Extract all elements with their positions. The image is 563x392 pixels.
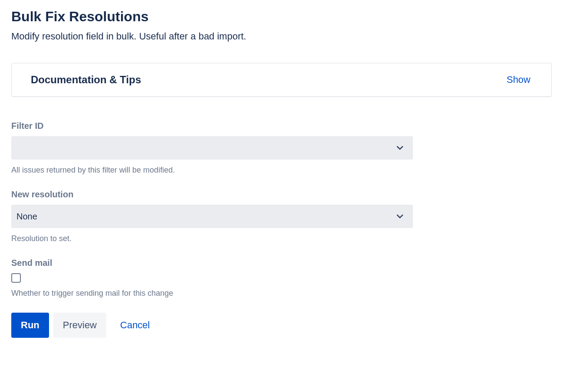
- filter-id-select-wrap: [11, 136, 413, 160]
- filter-id-label: Filter ID: [11, 121, 413, 131]
- filter-id-help: All issues returned by this filter will …: [11, 166, 413, 175]
- send-mail-label: Send mail: [11, 258, 413, 268]
- filter-id-group: Filter ID All issues returned by this fi…: [11, 121, 413, 175]
- new-resolution-select[interactable]: None: [11, 205, 413, 228]
- new-resolution-select-wrap: None: [11, 205, 413, 228]
- page-subtitle: Modify resolution field in bulk. Useful …: [11, 31, 552, 42]
- new-resolution-help: Resolution to set.: [11, 234, 413, 243]
- new-resolution-label: New resolution: [11, 189, 413, 199]
- send-mail-help: Whether to trigger sending mail for this…: [11, 289, 413, 298]
- page-title: Bulk Fix Resolutions: [11, 9, 552, 25]
- cancel-button[interactable]: Cancel: [111, 313, 159, 338]
- documentation-panel-title: Documentation & Tips: [31, 74, 141, 86]
- documentation-toggle-button[interactable]: Show: [507, 74, 530, 85]
- action-button-row: Run Preview Cancel: [11, 313, 413, 338]
- new-resolution-group: New resolution None Resolution to set.: [11, 189, 413, 243]
- send-mail-group: Send mail Whether to trigger sending mai…: [11, 258, 413, 298]
- send-mail-checkbox[interactable]: [11, 273, 21, 283]
- preview-button[interactable]: Preview: [53, 313, 106, 338]
- documentation-panel: Documentation & Tips Show: [11, 63, 552, 97]
- filter-id-select[interactable]: [11, 136, 413, 160]
- bulk-fix-form: Filter ID All issues returned by this fi…: [11, 121, 413, 338]
- run-button[interactable]: Run: [11, 313, 49, 338]
